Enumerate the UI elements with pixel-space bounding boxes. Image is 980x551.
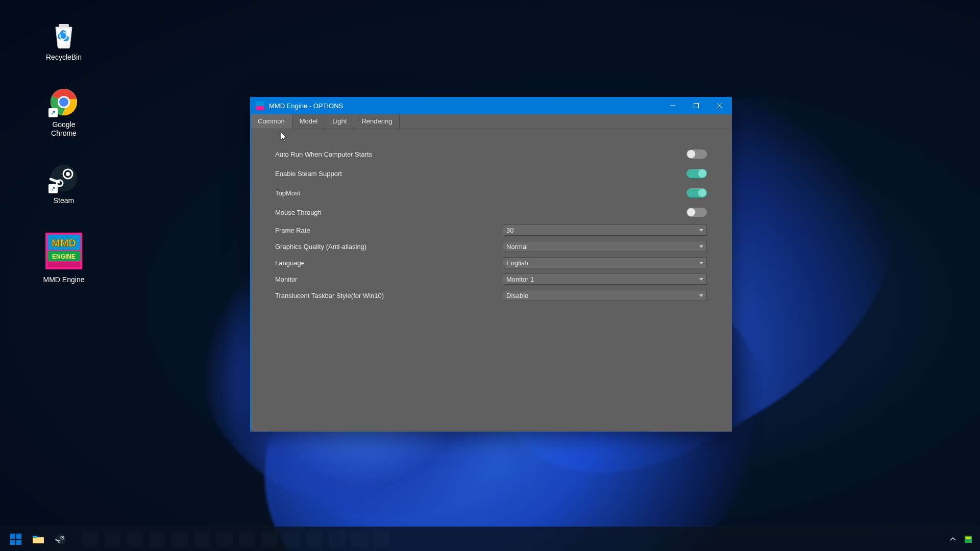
row-graphics-quality: Graphics Quality (Anti-aliasing) Normal xyxy=(275,238,707,255)
desktop-icon-recyclebin[interactable]: RecycleBin xyxy=(41,20,87,62)
tab-bar: Common Model Light Rendering xyxy=(251,114,731,129)
tab-label: Light xyxy=(332,117,347,125)
taskbar-steam[interactable] xyxy=(52,531,69,548)
setting-label: Monitor xyxy=(275,276,495,283)
folder-icon xyxy=(32,534,44,544)
mmdengine-icon: MMD ENGINE xyxy=(43,231,84,271)
desktop-icon-mmdengine[interactable]: MMD ENGINE MMD Engine xyxy=(41,231,87,285)
setting-label: Mouse Through xyxy=(275,209,495,216)
tab-label: Rendering xyxy=(361,117,392,125)
steam-icon: ↗ xyxy=(50,164,78,192)
shortcut-arrow-icon: ↗ xyxy=(48,184,58,193)
row-topmost: TopMost xyxy=(275,183,707,203)
setting-label: Language xyxy=(275,259,495,267)
tab-model[interactable]: Model xyxy=(292,114,325,129)
row-translucent-taskbar: Translucent Taskbar Style(for Win10) Dis… xyxy=(275,287,707,304)
taskbar-inactive-area xyxy=(82,531,390,547)
select-language[interactable]: English xyxy=(503,257,707,268)
svg-point-9 xyxy=(66,172,70,176)
close-icon xyxy=(717,103,722,108)
tray-overflow-button[interactable] xyxy=(948,535,958,544)
taskbar-file-explorer[interactable] xyxy=(30,531,47,548)
tab-label: Common xyxy=(258,117,285,125)
select-value: Normal xyxy=(506,243,528,251)
tray-square-icon xyxy=(964,535,972,543)
select-value: Monitor 1 xyxy=(506,276,534,283)
svg-rect-28 xyxy=(33,536,37,538)
setting-label: Enable Steam Support xyxy=(275,170,495,178)
svg-rect-18 xyxy=(256,106,264,110)
cursor-icon xyxy=(281,132,288,144)
svg-point-29 xyxy=(56,534,66,544)
row-mouse-through: Mouse Through xyxy=(275,203,707,222)
setting-label: Translucent Taskbar Style(for Win10) xyxy=(275,292,495,299)
desktop-icon-label: MMD Engine xyxy=(43,276,85,285)
svg-rect-16 xyxy=(47,262,80,267)
row-framerate: Frame Rate 30 xyxy=(275,222,707,238)
titlebar[interactable]: MMD Engine - OPTIONS xyxy=(251,97,731,114)
svg-rect-26 xyxy=(16,540,21,545)
close-button[interactable] xyxy=(708,97,731,114)
tab-content: Auto Run When Computer Starts Enable Ste… xyxy=(251,129,731,314)
svg-point-31 xyxy=(62,537,63,538)
desktop-icon-label: Steam xyxy=(54,196,74,206)
toggle-steam-support[interactable] xyxy=(687,169,707,178)
svg-rect-24 xyxy=(16,534,21,539)
setting-label: TopMost xyxy=(275,189,495,197)
svg-rect-27 xyxy=(33,538,44,543)
select-translucent-taskbar[interactable]: Disable xyxy=(503,290,707,301)
windows-logo-icon xyxy=(10,534,21,545)
svg-point-6 xyxy=(59,97,68,107)
desktop-icon-chrome[interactable]: ↗ Google Chrome xyxy=(41,88,87,138)
window-title: MMD Engine - OPTIONS xyxy=(269,102,343,110)
svg-rect-20 xyxy=(694,104,699,108)
tab-light[interactable]: Light xyxy=(325,114,354,129)
desktop-icon-label: Google Chrome xyxy=(51,120,77,138)
svg-rect-17 xyxy=(256,102,264,106)
svg-rect-25 xyxy=(10,540,15,545)
steam-icon xyxy=(55,534,66,545)
chevron-up-icon xyxy=(950,536,956,542)
row-monitor: Monitor Monitor 1 xyxy=(275,271,707,287)
chrome-icon: ↗ xyxy=(50,88,78,116)
minimize-icon xyxy=(670,103,675,108)
maximize-button[interactable] xyxy=(684,97,708,114)
system-tray xyxy=(948,535,973,544)
options-window: MMD Engine - OPTIONS Common Model Light … xyxy=(250,97,732,432)
select-value: English xyxy=(506,259,528,267)
toggle-mouse-through[interactable] xyxy=(687,208,707,217)
maximize-icon xyxy=(694,103,699,108)
select-framerate[interactable]: 30 xyxy=(503,224,707,236)
tray-app-icon[interactable] xyxy=(964,535,973,544)
svg-rect-23 xyxy=(10,534,15,539)
row-autorun: Auto Run When Computer Starts xyxy=(275,144,707,164)
minimize-button[interactable] xyxy=(661,97,684,114)
tab-common[interactable]: Common xyxy=(251,114,292,129)
row-language: Language English xyxy=(275,255,707,271)
setting-label: Frame Rate xyxy=(275,227,495,234)
row-steam-support: Enable Steam Support xyxy=(275,164,707,183)
taskbar xyxy=(0,527,980,551)
select-monitor[interactable]: Monitor 1 xyxy=(503,273,707,285)
toggle-autorun[interactable] xyxy=(687,149,707,159)
toggle-topmost[interactable] xyxy=(687,188,707,197)
svg-text:MMD: MMD xyxy=(52,237,76,248)
desktop-area: RecycleBin ↗ Google Chrome xyxy=(41,20,87,285)
tab-rendering[interactable]: Rendering xyxy=(354,114,400,129)
svg-rect-3 xyxy=(59,24,69,27)
select-value: Disable xyxy=(506,292,528,299)
recyclebin-icon xyxy=(50,20,78,49)
taskbar-left xyxy=(7,531,390,548)
select-graphics-quality[interactable]: Normal xyxy=(503,241,707,252)
app-icon xyxy=(256,102,264,110)
svg-text:ENGINE: ENGINE xyxy=(52,253,76,260)
desktop-icon-label: RecycleBin xyxy=(46,53,82,62)
shortcut-arrow-icon: ↗ xyxy=(48,108,58,117)
start-button[interactable] xyxy=(7,531,24,548)
setting-label: Graphics Quality (Anti-aliasing) xyxy=(275,243,495,251)
setting-label: Auto Run When Computer Starts xyxy=(275,151,495,158)
tab-label: Model xyxy=(300,117,317,125)
svg-rect-34 xyxy=(966,537,971,539)
desktop-icon-steam[interactable]: ↗ Steam xyxy=(41,164,87,206)
select-value: 30 xyxy=(506,227,513,234)
